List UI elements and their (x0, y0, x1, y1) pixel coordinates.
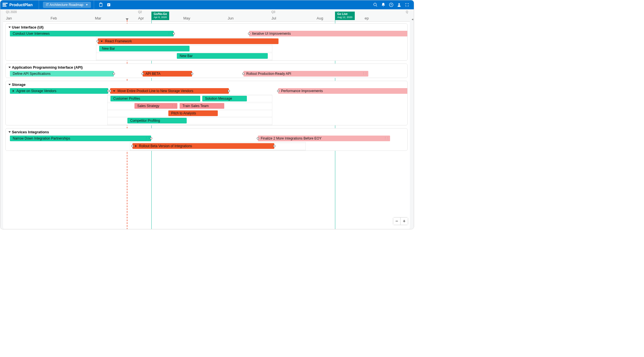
bar-label: Iterative UI Improvements (252, 32, 291, 36)
timeline-bar[interactable]: Customer Profiles (110, 96, 200, 101)
lane-header[interactable]: Services Integrations (6, 129, 407, 136)
timeline-row: New Bar (96, 45, 272, 52)
timeline-bar-extension[interactable] (274, 143, 311, 149)
bar-label: Competitor Profiling (130, 119, 160, 123)
timeline-bar[interactable]: API BETA (143, 71, 192, 77)
bar-label: Finalize 2 More Integrations Before EOY (261, 136, 321, 140)
chevron-right-icon (13, 90, 14, 92)
month-label: May (183, 16, 190, 20)
timeline-bar[interactable]: Define API Specifications (10, 71, 114, 77)
grip-icon: ⋮⋮ (171, 104, 176, 107)
bar-label: Train Sales Team (182, 104, 209, 108)
grip-icon: ⋮⋮ (406, 89, 408, 92)
bar-label: Narrow Down Integration Partnerships (13, 136, 70, 140)
month-label: Jun (228, 16, 234, 20)
lane-title: Services Integrations (12, 130, 49, 134)
milestone-flag[interactable]: Go LiveAug 12, 2020 (335, 12, 355, 20)
zoom-out-button[interactable]: − (393, 217, 401, 225)
zoom-in-button[interactable]: + (401, 217, 408, 225)
lane-header[interactable]: Application Programming Interface (API) (6, 64, 407, 71)
timeline-row: Narrow Down Integration Partnerships⋮⋮Fi… (6, 136, 407, 142)
timeline-bar[interactable]: Rollout Beta Version of Integrations (132, 143, 274, 149)
svg-text:?: ? (390, 3, 392, 6)
divider (39, 0, 39, 9)
timeline-row: Pitch to Analysts (108, 110, 272, 117)
timeline-bar[interactable]: Solution Message (202, 96, 247, 101)
bar-label: Conduct User Interviews (13, 32, 50, 36)
timeline-header: Q1 2020Q2Q3QJanFebMarAprMayJunJulAugepGo… (3, 9, 410, 22)
bar-label: Rollout Beta Version of Integrations (139, 144, 192, 148)
timeline-bar-extension[interactable] (229, 88, 276, 94)
lane-title: User Interface (UI) (12, 25, 43, 29)
lane-header[interactable]: Storage (6, 81, 407, 88)
parking-icon[interactable]: P (106, 2, 112, 8)
fullscreen-icon[interactable] (405, 3, 409, 7)
bar-label: New Bar (102, 47, 115, 51)
quarter-label: Q1 2020 (6, 10, 17, 14)
timeline-bar[interactable]: Narrow Down Integration Partnerships⋮⋮ (10, 136, 151, 141)
chevron-right-icon (135, 145, 137, 147)
lanes-container: User Interface (UI)Conduct User Intervie… (3, 23, 410, 151)
bar-label: Rollout Production-Ready API (246, 72, 291, 76)
chevron-down-icon (8, 84, 11, 85)
timeline-bar[interactable]: Conduct User Interviews⋮⋮ (10, 31, 174, 36)
clipboard-icon[interactable] (98, 2, 104, 8)
bar-label: New Bar (180, 54, 193, 58)
bar-label: API BETA (145, 72, 160, 76)
help-icon[interactable]: ? (389, 3, 393, 7)
timeline-bar[interactable]: Sales Strategy⋮⋮ (134, 103, 177, 109)
timeline-row: Conduct User Interviews⋮⋮Iterative UI Im… (6, 31, 407, 37)
lane-header[interactable]: User Interface (UI) (6, 24, 407, 31)
bar-label: Agree on Storage Vendors (16, 89, 56, 93)
timeline-bar[interactable]: Pitch to Analysts (168, 110, 218, 116)
quarter-label: Q (406, 10, 408, 14)
timeline-row: Define API SpecificationsAPI BETARollout… (6, 71, 407, 77)
month-label: Mar (95, 16, 101, 20)
timeline-bar[interactable]: Finalize 2 More Integrations Before EOY⋮… (258, 136, 390, 141)
grip-icon: ⋮⋮ (145, 136, 150, 140)
timeline-bar-extension[interactable] (174, 31, 226, 36)
timeline-bar[interactable]: Performance Improvements⋮⋮ (278, 88, 408, 94)
svg-text:P: P (108, 4, 110, 6)
timeline-bar[interactable]: Competitor Profiling (127, 118, 187, 123)
bar-label: Solution Message (205, 97, 232, 101)
grip-icon: ⋮⋮ (362, 72, 367, 75)
timeline-bar[interactable]: Agree on Storage Vendors (10, 88, 108, 94)
month-label: ep (365, 16, 369, 20)
timeline-row: Sales Strategy⋮⋮Train Sales Team (108, 103, 272, 110)
user-icon[interactable] (397, 3, 401, 7)
roadmap-selector[interactable]: IT Architecture Roadmap ▼ (43, 2, 91, 8)
bar-label: Move Entire Product Line to New Storage … (118, 89, 193, 93)
bar-label: React Framework (105, 39, 132, 43)
month-label: Apr (138, 16, 144, 20)
timeline-bar[interactable]: Train Sales Team (180, 103, 224, 109)
lane-group: Application Programming Interface (API)D… (5, 64, 408, 78)
chevron-down-icon: ▼ (86, 3, 88, 6)
logo-icon (3, 3, 8, 7)
grip-icon: ⋮⋮ (384, 136, 389, 140)
bar-label: Customer Profiles (113, 97, 140, 101)
timeline-bar[interactable]: Rollout Production-Ready API⋮⋮ (243, 71, 368, 77)
timeline-bar[interactable]: New Bar (177, 53, 268, 59)
roadmap-name: IT Architecture Roadmap (46, 3, 83, 7)
svg-point-4 (398, 3, 400, 5)
timeline-row: Customer ProfilesSolution Message (108, 95, 272, 102)
quarter-label: Q3 (271, 10, 275, 14)
timeline-bar[interactable]: Move Entire Product Line to New Storage … (110, 88, 229, 94)
brand-logo[interactable]: ProductPlan (3, 3, 36, 7)
bar-label: Sales Strategy (137, 104, 159, 108)
timeline-bar-extension[interactable] (192, 71, 242, 77)
timeline-bar[interactable]: React Framework (98, 38, 279, 44)
brand-name: ProductPlan (9, 3, 32, 7)
chevron-down-icon (8, 131, 11, 133)
lane-title: Storage (12, 82, 25, 87)
zoom-controls: − + (393, 217, 408, 225)
timeline-bar[interactable]: New Bar (99, 46, 190, 51)
chevron-down-icon (8, 67, 11, 68)
timeline-bar[interactable]: Iterative UI Improvements (249, 31, 408, 36)
search-icon[interactable] (373, 3, 378, 7)
bell-icon[interactable] (381, 3, 386, 7)
side-panel-toggle[interactable] (412, 16, 413, 19)
month-label: Aug (317, 16, 323, 20)
milestone-flag[interactable]: Go/No-GoApr 8, 2020 (151, 12, 169, 20)
